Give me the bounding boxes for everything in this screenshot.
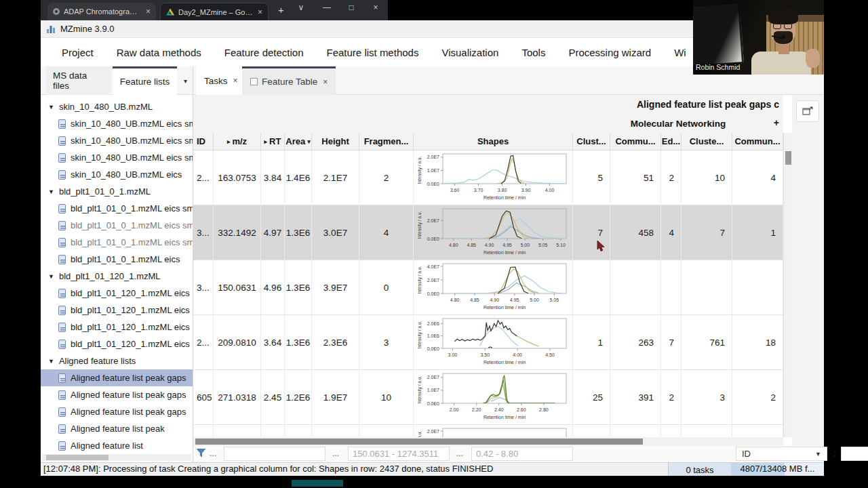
- tree-group[interactable]: ▼bld_plt1_01_0_1.mzML: [41, 183, 193, 200]
- add-column-button[interactable]: +: [774, 117, 779, 128]
- column-header-id[interactable]: ID: [193, 133, 214, 150]
- filter-input-rt-range[interactable]: [471, 447, 573, 461]
- filter-column-combo[interactable]: ID ▼: [736, 447, 827, 461]
- menu-item-tools[interactable]: Tools: [510, 47, 557, 58]
- filter-input-id[interactable]: [224, 447, 326, 461]
- tree-item[interactable]: bld_plt1_01_0_1.mzML eics sm: [41, 200, 193, 217]
- tree-item[interactable]: Aligned feature list: [41, 437, 193, 453]
- filter-input-value[interactable]: [841, 447, 868, 461]
- scrollbar-thumb[interactable]: [46, 455, 108, 460]
- table-row[interactable]: 3...150.06314.961.3E63.9E70Intensity / a…: [193, 260, 783, 315]
- table-vertical-scrollbar[interactable]: [783, 133, 792, 437]
- tree-group[interactable]: ▼bld_plt1_01_120_1.mzML: [41, 268, 193, 285]
- maximize-button[interactable]: □: [342, 3, 361, 12]
- scrollbar-thumb[interactable]: [785, 151, 791, 165]
- tab-checkbox[interactable]: [250, 78, 258, 85]
- collapse-triangle-icon[interactable]: ▼: [48, 104, 54, 110]
- tree-item[interactable]: Aligned feature list peak gaps: [41, 403, 193, 420]
- chromatogram-plot[interactable]: Intensity / a.u.0.0E01.0E72.0E72.002.202…: [416, 371, 570, 423]
- open-in-window-button[interactable]: [796, 100, 819, 122]
- tab-close-icon[interactable]: ×: [323, 77, 328, 87]
- expand-arrow-icon[interactable]: ▸: [264, 138, 268, 145]
- combo-value: ID: [742, 449, 751, 459]
- tree-item[interactable]: bld_plt1_01_120_1.mzML eics s: [41, 302, 193, 319]
- collapse-triangle-icon[interactable]: ▼: [48, 358, 54, 365]
- cell-mz: [214, 425, 261, 437]
- tree-item[interactable]: skin_10_480_UB.mzML eics sm: [41, 115, 193, 132]
- chromatogram-plot[interactable]: Intensity / a.u.0.0E02.0E74.804.854.904.…: [416, 207, 570, 258]
- tree-group[interactable]: ▼skin_10_480_UB.mzML: [41, 98, 193, 115]
- tab-close-icon[interactable]: ×: [233, 76, 238, 85]
- tree-item[interactable]: bld_plt1_01_120_1.mzML eics s: [41, 319, 193, 336]
- chromatogram-plot[interactable]: Intensity / a.u.0.0E02.0E74.0E74.804.854…: [416, 262, 570, 313]
- tree-item[interactable]: skin_10_480_UB.mzML eics: [41, 166, 193, 183]
- column-header-clust[interactable]: Clust...: [573, 133, 610, 150]
- tasks-indicator[interactable]: 0 tasks: [668, 463, 731, 476]
- column-header-ed[interactable]: Ed...: [661, 133, 682, 150]
- filter-input-mz-range[interactable]: [348, 447, 450, 461]
- expand-arrow-icon[interactable]: ▸: [227, 138, 231, 145]
- menu-item-feature-detection[interactable]: Feature detection: [213, 47, 315, 58]
- tab-overflow-icon[interactable]: ▾: [184, 77, 187, 85]
- tree-item[interactable]: skin_10_480_UB.mzML eics sm: [41, 132, 193, 149]
- column-header-cluste[interactable]: Cluste...: [682, 133, 732, 150]
- collapse-triangle-icon[interactable]: ▼: [48, 188, 54, 195]
- menu-item-raw-data-methods[interactable]: Raw data methods: [105, 47, 213, 58]
- tab-feature-lists[interactable]: Feature lists: [113, 66, 177, 95]
- column-header-commu[interactable]: Commu...: [610, 133, 661, 150]
- tab-close-icon[interactable]: ×: [146, 7, 151, 16]
- tree-horizontal-scrollbar[interactable]: [42, 454, 191, 461]
- new-tab-button[interactable]: +: [278, 4, 284, 16]
- column-header-shapes[interactable]: Shapes: [414, 133, 573, 150]
- tree-item[interactable]: skin_10_480_UB.mzML eics sm: [41, 149, 193, 166]
- tree-item[interactable]: bld_plt1_01_120_1.mzML eics: [41, 336, 193, 352]
- column-header-mz[interactable]: ▸m/z: [214, 133, 261, 150]
- column-header-height[interactable]: Height: [312, 133, 359, 150]
- chromatogram-plot[interactable]: Intensity / a.u.0.0E01.0E72.0E73.603.703…: [416, 152, 570, 203]
- table-row[interactable]: 2...163.07533.841.4E62.1E72Intensity / a…: [193, 150, 783, 205]
- tree-item[interactable]: bld_plt1_01_0_1.mzML eics sm: [41, 217, 193, 234]
- tab-feature-table[interactable]: Feature Table ×: [242, 66, 336, 95]
- column-header-fragments[interactable]: Fragmen...: [359, 133, 414, 150]
- close-button[interactable]: ×: [366, 3, 385, 12]
- chart-text: 4.00: [545, 188, 555, 192]
- tab-close-icon[interactable]: ×: [258, 7, 262, 17]
- table-row[interactable]: 3...332.14924.971.3E63.0E74Intensity / a…: [193, 205, 783, 260]
- scrollbar-thumb[interactable]: [195, 439, 643, 445]
- minimize-button[interactable]: —: [317, 3, 336, 12]
- browser-tab-adap[interactable]: ADAP Chromatogram build ×: [47, 3, 156, 20]
- column-header-area[interactable]: Area▾: [285, 133, 312, 150]
- table-row[interactable]: 605271.03182.451.2E61.9E710Intensity / a…: [193, 370, 783, 425]
- collapse-triangle-icon[interactable]: ▼: [48, 273, 54, 280]
- menu-item-wi[interactable]: Wi: [663, 47, 698, 58]
- tree-group[interactable]: ▼Aligned feature lists: [41, 352, 193, 369]
- tab-ms-data-files[interactable]: MS data files: [46, 66, 111, 95]
- cell-ed: [661, 425, 682, 437]
- menu-item-project[interactable]: Project: [50, 47, 105, 58]
- table-horizontal-scrollbar[interactable]: [193, 437, 783, 446]
- table-row[interactable]: Intensity / a.u.2.0E7: [193, 425, 783, 437]
- chromatogram-plot[interactable]: Intensity / a.u.0.0E01.0E62.0E63.003.504…: [416, 317, 570, 368]
- filter-funnel-icon[interactable]: [197, 449, 205, 458]
- menu-item-processing-wizard[interactable]: Processing wizard: [557, 47, 663, 58]
- table-row[interactable]: 2...209.08103.641.3E62.3E63Intensity / a…: [193, 315, 783, 370]
- tree-item[interactable]: Aligned feature list peak: [41, 420, 193, 437]
- tab-tasks[interactable]: Tasks ×: [196, 66, 246, 95]
- menu-item-feature-list-methods[interactable]: Feature list methods: [315, 47, 431, 58]
- menu-item-visualization[interactable]: Visualization: [430, 47, 510, 58]
- chart-text: Intensity / a.u.: [417, 431, 422, 437]
- tree-item[interactable]: bld_plt1_01_0_1.mzML eics sm: [41, 234, 193, 251]
- memory-indicator[interactable]: 4807/13408 MB f...: [731, 463, 824, 476]
- browser-menu-chevron-icon[interactable]: ∨: [292, 3, 311, 12]
- chromatogram-plot[interactable]: Intensity / a.u.2.0E7: [416, 426, 570, 437]
- chart-text: Retention time / min: [484, 360, 526, 365]
- column-header-rt[interactable]: ▸RT: [261, 133, 285, 150]
- tree-item[interactable]: bld_plt1_01_0_1.mzML eics: [41, 251, 193, 268]
- column-header-commun[interactable]: Commun...: [732, 133, 783, 150]
- cell-cluste: 761: [682, 315, 732, 369]
- browser-tab-drive[interactable]: Day2_MZmine – Google Dr ×: [160, 3, 269, 20]
- tree-item[interactable]: Aligned feature list peak gaps: [41, 369, 193, 386]
- group-header-molecular-networking[interactable]: Molecular Networking: [573, 114, 783, 133]
- tree-item[interactable]: bld_plt1_01_120_1.mzML eics s: [41, 285, 193, 302]
- tree-item[interactable]: Aligned feature list peak gaps: [41, 386, 193, 403]
